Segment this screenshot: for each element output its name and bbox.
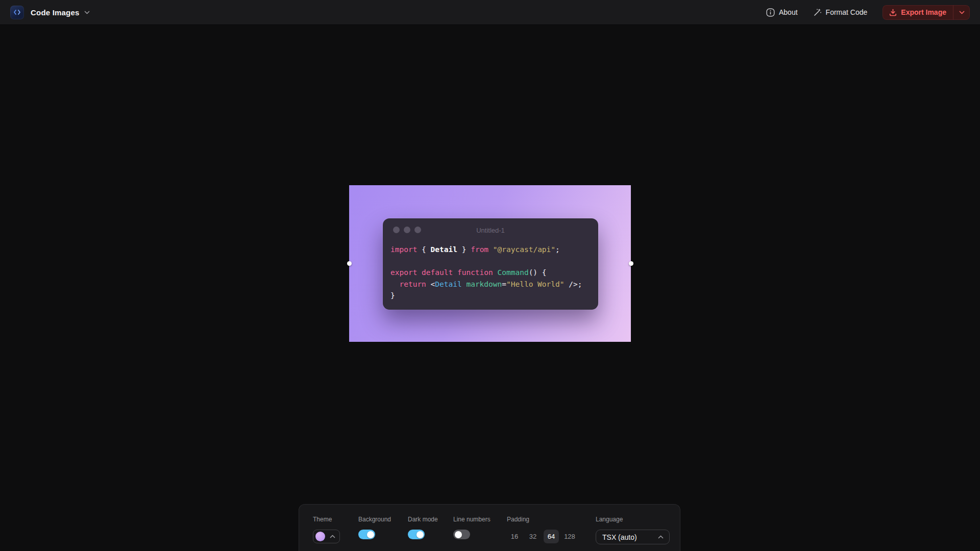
theme-label: Theme xyxy=(313,516,340,523)
code-images-app: Code Images About xyxy=(0,0,980,551)
dark-mode-label: Dark mode xyxy=(408,516,438,523)
resize-handle-left[interactable] xyxy=(347,261,352,266)
background-label: Background xyxy=(358,516,391,523)
code-window[interactable]: Untitled-1 import { Detail } from "@rayc… xyxy=(383,218,598,310)
chevron-down-icon xyxy=(959,11,965,14)
chevron-down-icon xyxy=(84,11,90,14)
dark-mode-group: Dark mode xyxy=(408,516,438,539)
theme-group: Theme xyxy=(313,516,340,543)
language-group: Language TSX (auto) xyxy=(596,516,670,544)
settings-panel: Theme Background Dark mode Line numbers … xyxy=(299,504,680,551)
code-line: import { Detail } from "@raycast/api"; xyxy=(390,244,595,256)
toggle-knob xyxy=(455,531,462,538)
line-numbers-toggle[interactable] xyxy=(453,530,470,539)
resize-handle-right[interactable] xyxy=(629,261,633,266)
padding-group: Padding 163264128 xyxy=(507,516,577,543)
background-group: Background xyxy=(358,516,391,539)
toggle-knob xyxy=(367,531,374,538)
padding-option-16[interactable]: 16 xyxy=(507,530,522,543)
export-image-button[interactable]: Export Image xyxy=(883,5,953,20)
dark-mode-toggle[interactable] xyxy=(408,530,425,539)
chevron-up-icon xyxy=(330,535,335,538)
about-label: About xyxy=(779,8,798,16)
export-options-button[interactable] xyxy=(953,5,970,20)
export-image-split-button: Export Image xyxy=(883,5,970,20)
language-select[interactable]: TSX (auto) xyxy=(596,530,670,544)
background-toggle[interactable] xyxy=(358,530,375,539)
line-numbers-group: Line numbers xyxy=(453,516,491,539)
code-editor[interactable]: import { Detail } from "@raycast/api"; e… xyxy=(390,244,595,302)
theme-picker-button[interactable] xyxy=(313,530,340,543)
padding-option-64[interactable]: 64 xyxy=(544,530,559,543)
padding-option-128[interactable]: 128 xyxy=(562,530,577,543)
download-icon xyxy=(889,9,897,16)
image-frame[interactable]: Untitled-1 import { Detail } from "@rayc… xyxy=(349,185,631,342)
code-line: } xyxy=(390,290,595,302)
theme-swatch xyxy=(315,532,325,541)
toggle-knob xyxy=(416,531,424,538)
title-menu-button[interactable] xyxy=(84,11,90,14)
code-line: return <Detail markdown="Hello World" />… xyxy=(390,279,595,290)
export-image-label: Export Image xyxy=(901,8,946,16)
code-line xyxy=(390,256,595,267)
top-bar: Code Images About xyxy=(0,0,980,25)
padding-options: 163264128 xyxy=(507,530,577,543)
about-button[interactable]: About xyxy=(766,8,798,17)
magic-wand-icon xyxy=(813,8,822,17)
code-brackets-icon xyxy=(13,9,21,15)
padding-label: Padding xyxy=(507,516,577,523)
language-label: Language xyxy=(596,516,670,523)
code-line: export default function Command() { xyxy=(390,267,595,279)
language-value: TSX (auto) xyxy=(602,533,637,541)
page-title: Code Images xyxy=(31,8,80,17)
chevron-up-icon xyxy=(658,535,664,539)
padding-option-32[interactable]: 32 xyxy=(525,530,541,543)
topbar-actions: About Format Code xyxy=(766,5,970,20)
window-title[interactable]: Untitled-1 xyxy=(383,227,598,234)
app-logo-icon[interactable] xyxy=(10,6,24,19)
info-icon xyxy=(766,8,775,17)
line-numbers-label: Line numbers xyxy=(453,516,491,523)
format-code-button[interactable]: Format Code xyxy=(813,8,868,17)
format-code-label: Format Code xyxy=(826,8,868,16)
